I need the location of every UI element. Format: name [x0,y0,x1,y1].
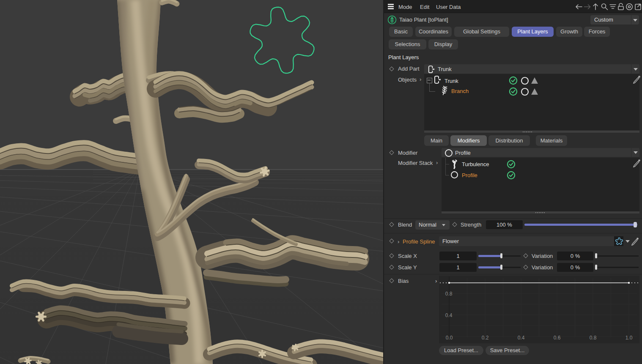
svg-text:0.4: 0.4 [445,312,453,318]
svg-text:0.6: 0.6 [554,335,561,341]
svg-text:0.8: 0.8 [445,291,453,297]
svg-text:0.0: 0.0 [446,335,453,341]
svg-text:0.4: 0.4 [518,335,525,341]
svg-text:0.8: 0.8 [590,335,597,341]
svg-text:0.2: 0.2 [482,335,489,341]
svg-text:1.0: 1.0 [626,335,633,341]
